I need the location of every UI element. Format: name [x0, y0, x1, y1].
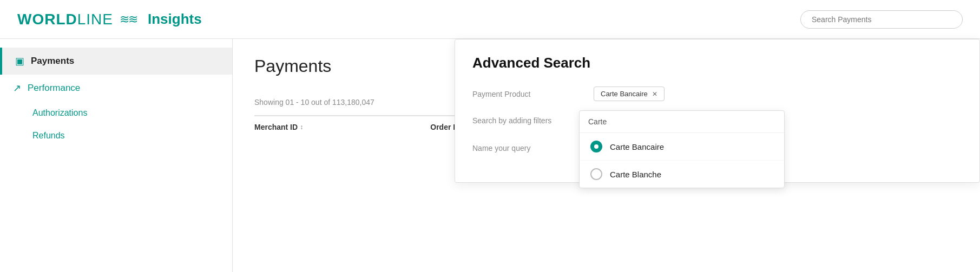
carte-bancaire-tag[interactable]: Carte Bancaire ✕: [594, 87, 665, 101]
radio-checked-icon: [590, 141, 602, 152]
name-query-label: Name your query: [472, 144, 581, 152]
authorizations-label: Authorizations: [32, 108, 87, 117]
dropdown-search-text: Carte: [580, 111, 784, 133]
refunds-label: Refunds: [32, 131, 65, 140]
advanced-search-title: Advanced Search: [472, 55, 962, 71]
logo-worldline: WORLDLINE: [17, 11, 113, 28]
sidebar-performance-label: Performance: [28, 83, 80, 94]
payment-product-field: Carte Bancaire ✕: [594, 87, 665, 101]
sidebar-item-authorizations[interactable]: Authorizations: [0, 102, 232, 124]
radio-unchecked-icon: [590, 168, 602, 180]
header: WORLDLINE ≋≋ Insights: [0, 0, 980, 39]
layout: ▣ Payments ↗ Performance Authorizations …: [0, 39, 980, 272]
search-input[interactable]: [800, 10, 963, 29]
dropdown-item-carte-bancaire[interactable]: Carte Bancaire: [580, 133, 784, 161]
tag-value: Carte Bancaire: [601, 90, 648, 98]
dropdown-item-carte-blanche[interactable]: Carte Blanche: [580, 161, 784, 188]
sidebar-item-payments[interactable]: ▣ Payments: [0, 48, 232, 75]
header-search[interactable]: [800, 10, 963, 29]
insights-label: Insights: [148, 11, 202, 28]
performance-icon: ↗: [13, 82, 21, 94]
sidebar-item-performance[interactable]: ↗ Performance: [0, 75, 232, 102]
col-merchant-id[interactable]: Merchant ID ↕: [254, 123, 430, 131]
main-content: Payments Showing 01 - 10 out of 113,180,…: [233, 39, 980, 272]
carte-blanche-option: Carte Blanche: [610, 170, 661, 179]
logo-wave-icon: ≋≋: [120, 12, 137, 26]
payment-product-label: Payment Product: [472, 90, 581, 98]
sidebar: ▣ Payments ↗ Performance Authorizations …: [0, 39, 233, 272]
payment-product-row: Payment Product Carte Bancaire ✕: [472, 87, 962, 101]
filter-label: Search by adding filters: [472, 116, 581, 125]
carte-bancaire-option: Carte Bancaire: [610, 142, 664, 151]
dropdown-panel: Carte Carte Bancaire Carte Blanche: [579, 110, 785, 188]
sidebar-payments-label: Payments: [31, 56, 74, 67]
sidebar-item-refunds[interactable]: Refunds: [0, 124, 232, 147]
logo-area: WORLDLINE ≋≋ Insights: [17, 11, 202, 28]
payments-icon: ▣: [15, 55, 24, 67]
tag-remove-icon[interactable]: ✕: [652, 90, 657, 98]
sort-merchant-icon: ↕: [300, 123, 303, 131]
